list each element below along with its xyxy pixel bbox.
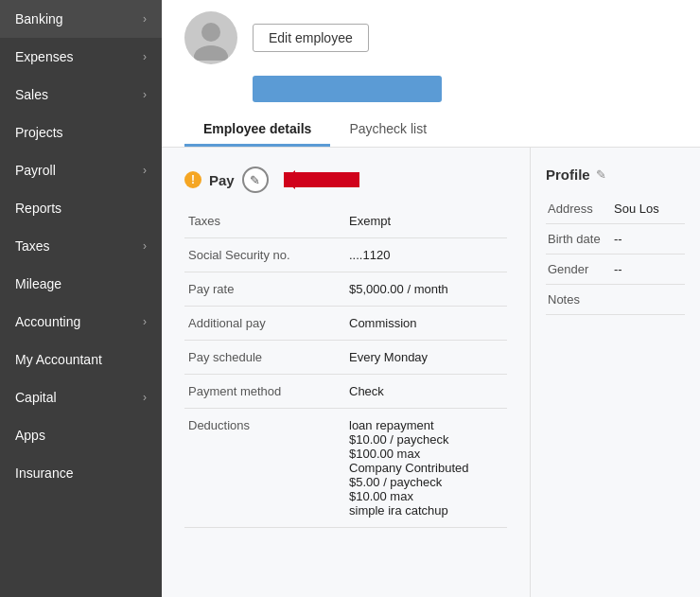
- table-row: Payment methodCheck: [184, 375, 507, 409]
- pay-section-title: Pay: [209, 172, 235, 188]
- profile-edit-icon[interactable]: ✎: [596, 167, 606, 182]
- chevron-right-icon: ›: [143, 164, 147, 177]
- sidebar-item-label: Payroll: [15, 163, 56, 178]
- pay-section-header: ! Pay ✎: [184, 167, 507, 193]
- row-label: Pay schedule: [184, 341, 345, 375]
- row-label: Pay rate: [184, 272, 345, 307]
- header-area: Edit employee Employee detailsPaycheck l…: [162, 0, 700, 148]
- table-row: Gender--: [546, 255, 685, 285]
- right-panel: Profile ✎ AddressSou LosBirth date--Gend…: [530, 148, 700, 597]
- svg-point-0: [201, 23, 220, 42]
- content-area: ! Pay ✎ TaxesExemptSocial Security no...…: [162, 148, 700, 597]
- sidebar-item-label: Sales: [15, 87, 48, 102]
- blue-progress-bar: [253, 76, 442, 102]
- row-label: Payment method: [184, 375, 345, 409]
- row-label: Additional pay: [184, 307, 345, 341]
- table-row: Social Security no.....1120: [184, 238, 507, 272]
- table-row: Additional payCommission: [184, 307, 507, 341]
- table-row: TaxesExempt: [184, 204, 507, 238]
- row-value: Exempt: [345, 204, 507, 238]
- avatar: [184, 11, 237, 64]
- sidebar-item-taxes[interactable]: Taxes›: [0, 227, 162, 265]
- sidebar-item-banking[interactable]: Banking›: [0, 0, 162, 38]
- table-row: Deductionsloan repayment$10.00 / paychec…: [184, 409, 507, 528]
- row-label: Birth date: [546, 224, 612, 255]
- sidebar-item-apps[interactable]: Apps: [0, 416, 162, 454]
- table-row: Pay rate$5,000.00 / month: [184, 272, 507, 307]
- profile-title: Profile: [546, 167, 590, 183]
- sidebar-item-accounting[interactable]: Accounting›: [0, 303, 162, 341]
- sidebar-item-sales[interactable]: Sales›: [0, 76, 162, 114]
- row-label: Social Security no.: [184, 238, 345, 272]
- sidebar-item-my-accountant[interactable]: My Accountant: [0, 341, 162, 378]
- chevron-right-icon: ›: [143, 315, 147, 328]
- row-label: Deductions: [184, 409, 345, 528]
- row-value: Every Monday: [345, 341, 507, 375]
- sidebar-item-label: Insurance: [15, 465, 73, 481]
- sidebar-item-reports[interactable]: Reports: [0, 189, 162, 227]
- pay-edit-button[interactable]: ✎: [242, 167, 269, 193]
- chevron-right-icon: ›: [143, 88, 147, 101]
- pay-details-table: TaxesExemptSocial Security no.....1120Pa…: [184, 204, 507, 528]
- row-label: Address: [546, 194, 612, 224]
- chevron-right-icon: ›: [143, 12, 147, 26]
- sidebar-item-label: Projects: [15, 125, 63, 140]
- sidebar: Banking›Expenses›Sales›ProjectsPayroll›R…: [0, 0, 162, 597]
- chevron-right-icon: ›: [143, 50, 147, 63]
- red-arrow-shape: [284, 172, 359, 187]
- row-value: Check: [345, 375, 507, 409]
- row-value: $5,000.00 / month: [345, 272, 507, 307]
- row-value: Sou Los: [612, 194, 685, 224]
- row-value: --: [612, 255, 685, 285]
- sidebar-item-label: Expenses: [15, 49, 73, 64]
- table-row: AddressSou Los: [546, 194, 685, 224]
- profile-header: Profile ✎: [546, 167, 685, 183]
- row-label: Notes: [546, 285, 612, 315]
- row-label: Taxes: [184, 204, 345, 238]
- table-row: Pay scheduleEvery Monday: [184, 341, 507, 375]
- sidebar-item-label: Banking: [15, 11, 63, 26]
- tab-paycheck-list[interactable]: Paycheck list: [330, 114, 446, 147]
- tab-employee-details[interactable]: Employee details: [184, 114, 330, 147]
- left-panel: ! Pay ✎ TaxesExemptSocial Security no...…: [162, 148, 530, 597]
- chevron-right-icon: ›: [143, 391, 147, 404]
- sidebar-item-label: Taxes: [15, 238, 50, 254]
- sidebar-item-expenses[interactable]: Expenses›: [0, 38, 162, 76]
- warning-icon: !: [184, 171, 201, 188]
- svg-point-1: [194, 45, 228, 61]
- sidebar-item-label: Accounting: [15, 314, 80, 329]
- header-top: Edit employee: [184, 11, 677, 64]
- table-row: Birth date--: [546, 224, 685, 255]
- chevron-right-icon: ›: [143, 239, 147, 253]
- row-value: --: [612, 224, 685, 255]
- sidebar-item-label: My Accountant: [15, 352, 102, 367]
- sidebar-item-label: Apps: [15, 428, 45, 443]
- row-value: Commission: [345, 307, 507, 341]
- sidebar-item-label: Reports: [15, 201, 61, 216]
- row-value: [612, 285, 685, 315]
- sidebar-item-label: Capital: [15, 390, 57, 405]
- red-arrow: [284, 172, 359, 187]
- table-row: Notes: [546, 285, 685, 315]
- sidebar-item-projects[interactable]: Projects: [0, 114, 162, 151]
- sidebar-item-label: Mileage: [15, 276, 61, 291]
- row-value: ....1120: [345, 238, 507, 272]
- edit-employee-button[interactable]: Edit employee: [253, 24, 369, 52]
- sidebar-item-payroll[interactable]: Payroll›: [0, 151, 162, 189]
- tabs: Employee detailsPaycheck list: [184, 114, 677, 147]
- sidebar-item-insurance[interactable]: Insurance: [0, 454, 162, 492]
- row-value: loan repayment$10.00 / paycheck$100.00 m…: [345, 409, 507, 528]
- sidebar-item-mileage[interactable]: Mileage: [0, 265, 162, 303]
- row-label: Gender: [546, 255, 612, 285]
- profile-details-table: AddressSou LosBirth date--Gender--Notes: [546, 194, 685, 315]
- main-content: Edit employee Employee detailsPaycheck l…: [162, 0, 700, 597]
- sidebar-item-capital[interactable]: Capital›: [0, 378, 162, 416]
